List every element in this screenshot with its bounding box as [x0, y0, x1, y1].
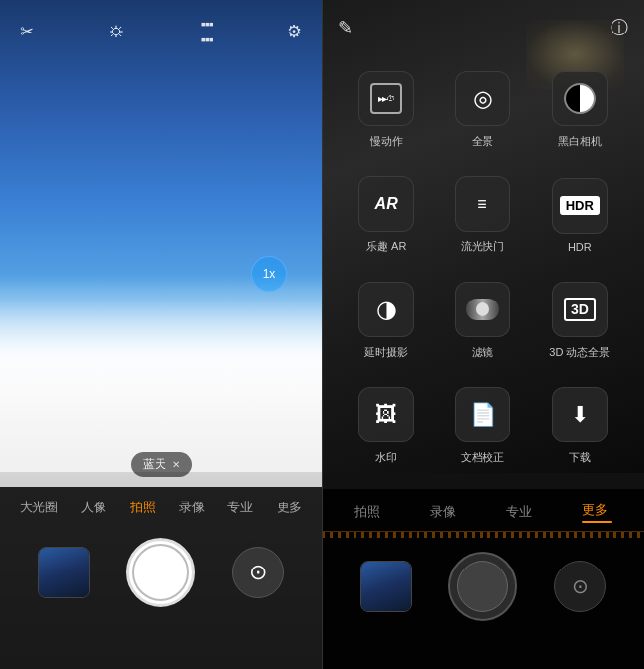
- slowmo-label: 慢动作: [370, 134, 403, 149]
- mode-lighttrail[interactable]: ≡ 流光快门: [434, 163, 531, 268]
- wave-decoration: [322, 532, 644, 538]
- slowmo-icon: ⏱: [370, 83, 402, 114]
- ar-icon: AR: [375, 195, 398, 213]
- timelapse-label: 延时摄影: [364, 345, 408, 360]
- right-tab-video[interactable]: 录像: [430, 502, 456, 521]
- panorama-icon-box: ◎: [455, 71, 510, 126]
- right-camera-controls: ⊙: [322, 538, 644, 635]
- mode-download[interactable]: ⬇ 下载: [532, 373, 628, 479]
- panorama-label: 全景: [472, 134, 493, 149]
- right-mode-switch[interactable]: ⊙: [554, 561, 606, 612]
- timelapse-icon-box: ◑: [358, 282, 414, 337]
- settings-icon[interactable]: ⛭: [108, 22, 126, 42]
- left-top-bar: ✂ ⛭ ▪▪▪▪▪▪ ⚙: [0, 0, 322, 59]
- mode-doccorrect[interactable]: 📄 文档校正: [434, 373, 531, 479]
- filter-toggle: [476, 302, 489, 316]
- scissors-icon[interactable]: ✂: [20, 21, 34, 42]
- edit-icon[interactable]: ✎: [338, 17, 353, 38]
- switch-icon: ⊙: [249, 560, 267, 585]
- info-icon[interactable]: ⓘ: [611, 16, 628, 39]
- left-bottom-bar: 大光圈 人像 拍照 录像 专业 更多 ⊙: [0, 487, 322, 669]
- lighttrail-label: 流光快门: [461, 239, 504, 254]
- left-panel: ✂ ⛭ ▪▪▪▪▪▪ ⚙ 1x 蓝天 ✕ 大光圈 人像 拍照 录像 专业 更多: [0, 0, 322, 669]
- gear-icon[interactable]: ⚙: [287, 21, 302, 42]
- active-tab-indicator: [582, 521, 612, 523]
- tag-close-icon[interactable]: ✕: [172, 459, 180, 470]
- mode-timelapse[interactable]: ◑ 延时摄影: [338, 268, 434, 373]
- right-shutter-inner: [457, 561, 508, 612]
- left-mode-tabs: 大光圈 人像 拍照 录像 专业 更多: [0, 487, 322, 524]
- right-thumbnail-image: [361, 562, 411, 611]
- shutter-inner-ring: [132, 544, 189, 601]
- tab-pro[interactable]: 专业: [227, 499, 253, 516]
- panel-divider: [322, 0, 323, 669]
- watermark-icon: 🖼: [375, 402, 397, 428]
- ar-label: 乐趣 AR: [366, 239, 406, 254]
- camera-switch-button[interactable]: ⊙: [232, 547, 284, 598]
- lighttrail-icon-box: ≡: [455, 176, 510, 232]
- blue-sky-tag[interactable]: 蓝天 ✕: [131, 452, 192, 477]
- filter-icon-box: [455, 282, 510, 337]
- tab-more[interactable]: 更多: [277, 499, 302, 516]
- ar-icon-box: AR: [358, 176, 414, 232]
- panorama-icon: ◎: [473, 85, 493, 112]
- bw-icon: [564, 83, 596, 114]
- thumbnail-image: [39, 548, 89, 597]
- doc-icon: 📄: [470, 402, 496, 428]
- doc-icon-box: 📄: [455, 387, 510, 442]
- right-mode-tabs: 拍照 录像 专业 更多: [322, 489, 644, 532]
- tab-portrait[interactable]: 人像: [81, 499, 106, 516]
- right-shutter-button[interactable]: [448, 552, 517, 621]
- clouds: [0, 275, 322, 472]
- threed-icon: 3D: [564, 298, 596, 321]
- blue-sky-label: 蓝天: [143, 456, 166, 473]
- mode-hdr[interactable]: HDR HDR: [532, 163, 628, 268]
- watermark-icon-box: 🖼: [358, 387, 414, 442]
- right-panel: ✎ ⓘ ⏱ 慢动作 ◎ 全景 黑白相机: [322, 0, 644, 669]
- threed-label: 3D 动态全景: [549, 345, 610, 360]
- doc-label: 文档校正: [461, 450, 504, 465]
- mode-panorama[interactable]: ◎ 全景: [434, 57, 531, 163]
- right-top-bar: ✎ ⓘ: [322, 0, 644, 47]
- watermark-label: 水印: [375, 450, 397, 465]
- modes-grid: ⏱ 慢动作 ◎ 全景 黑白相机 AR 乐趣 AR: [322, 47, 644, 489]
- tab-photo[interactable]: 拍照: [130, 499, 156, 516]
- filter-label: 滤镜: [472, 345, 493, 360]
- download-label: 下载: [569, 450, 591, 465]
- timelapse-icon: ◑: [376, 296, 397, 323]
- gallery-thumbnail[interactable]: [38, 547, 90, 598]
- tab-daguang[interactable]: 大光圈: [20, 499, 58, 516]
- right-tab-more[interactable]: 更多: [582, 501, 612, 523]
- download-icon: ⬇: [571, 402, 589, 428]
- bw-label: 黑白相机: [558, 134, 602, 149]
- hdr-label: HDR: [568, 241, 592, 253]
- hdr-icon: HDR: [560, 196, 600, 215]
- shutter-button[interactable]: [126, 538, 195, 607]
- bw-icon-box: [552, 71, 608, 126]
- right-tab-photo[interactable]: 拍照: [354, 502, 380, 521]
- grid-icon[interactable]: ▪▪▪▪▪▪: [201, 16, 213, 47]
- mode-slowmo[interactable]: ⏱ 慢动作: [338, 57, 434, 163]
- right-gallery-thumbnail[interactable]: [360, 561, 412, 612]
- mode-3d[interactable]: 3D 3D 动态全景: [532, 268, 628, 373]
- threed-icon-box: 3D: [552, 282, 608, 337]
- mode-filter[interactable]: 滤镜: [434, 268, 531, 373]
- zoom-badge[interactable]: 1x: [251, 256, 287, 292]
- hdr-icon-box: HDR: [552, 178, 608, 234]
- right-switch-icon: ⊙: [572, 574, 589, 598]
- download-icon-box: ⬇: [552, 387, 608, 442]
- mode-watermark[interactable]: 🖼 水印: [338, 373, 434, 479]
- right-tab-pro[interactable]: 专业: [506, 502, 532, 521]
- mode-bw[interactable]: 黑白相机: [532, 57, 628, 163]
- lighttrail-icon: ≡: [477, 194, 489, 215]
- zoom-value: 1x: [263, 267, 276, 281]
- tab-video[interactable]: 录像: [179, 499, 205, 516]
- left-camera-controls: ⊙: [0, 524, 322, 621]
- slowmo-icon-box: ⏱: [358, 71, 414, 126]
- mode-ar[interactable]: AR 乐趣 AR: [338, 163, 434, 268]
- right-bottom-bar: 拍照 录像 专业 更多 ⊙: [322, 489, 644, 669]
